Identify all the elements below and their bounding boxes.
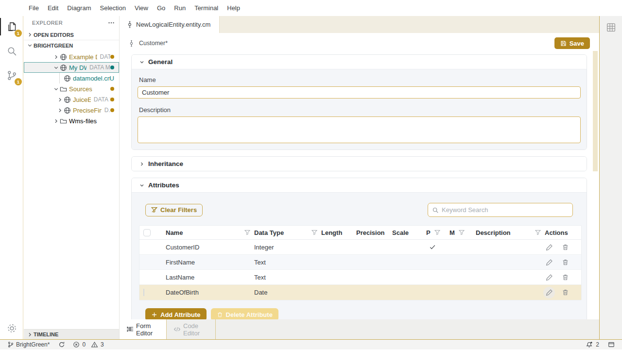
globe-icon [64,107,73,114]
save-label: Save [570,40,584,47]
cell-data-type: Date [250,289,317,296]
col-scale: Scale [392,229,409,236]
globe-icon [64,96,73,103]
menu-run[interactable]: Run [170,2,190,14]
sync-indicator[interactable] [56,340,68,349]
problems-indicator[interactable]: 0 3 [70,340,106,349]
filter-icon[interactable] [311,230,317,235]
delete-attribute-button[interactable]: Delete Attribute [211,308,278,319]
delete-attribute-row-button[interactable] [559,241,571,253]
description-field[interactable] [138,116,581,143]
tree-item-label: Sources [69,85,92,93]
trash-icon [562,274,569,281]
globe-icon [64,75,73,82]
breadcrumb-label: Customer* [139,40,168,47]
filter-off-icon [151,207,157,213]
save-button[interactable]: Save [554,37,590,49]
tab-form-editor[interactable]: Form Editor [120,319,167,339]
edit-attribute-button[interactable] [543,256,555,268]
chevron-right-icon [56,107,64,114]
section-open-editors[interactable]: OPEN EDITORS [24,30,119,40]
tree-item-example-dwh[interactable]: Example DWH DAT... [24,51,119,62]
search-icon [6,45,18,57]
section-timeline[interactable]: TIMELINE [24,329,119,339]
grid-icon[interactable] [606,22,616,339]
branch-indicator[interactable]: BrightGreen* [5,340,52,349]
add-attribute-button[interactable]: Add Attribute [145,308,207,319]
menu-view[interactable]: View [130,2,153,14]
section-general-header[interactable]: General [132,55,587,69]
editor-scrollbar[interactable] [593,51,598,171]
chevron-right-icon [26,32,34,38]
section-workspace[interactable]: BRIGHTGREEN [24,40,119,50]
select-all-checkbox[interactable] [143,229,151,236]
menu-selection[interactable]: Selection [95,2,130,14]
folder-icon [60,85,69,93]
search-input[interactable] [442,206,569,214]
tree-item-juiceerp[interactable]: JuiceERP DATA M... [24,94,119,105]
chevron-right-icon [26,331,34,338]
edit-attribute-button[interactable] [543,241,555,253]
delete-attribute-row-button[interactable] [559,287,571,298]
name-field[interactable] [138,86,581,99]
table-row-firstname[interactable]: FirstName Text [139,255,581,270]
tree-item-label: Example DWH [69,53,97,61]
gear-icon [6,322,18,334]
sidebar-title: EXPLORER [32,20,63,26]
activitybar-search[interactable] [0,40,23,62]
menu-go[interactable]: Go [153,2,170,14]
tree-item-precisefinance[interactable]: PreciseFinance D... [24,105,119,116]
menu-diagram[interactable]: Diagram [63,2,95,14]
ellipsis-icon[interactable] [107,19,115,27]
activitybar-source-control[interactable]: 1 [0,65,23,86]
filter-icon[interactable] [244,230,250,235]
filter-icon[interactable] [535,230,541,235]
filter-icon[interactable] [459,230,465,235]
trash-icon [562,244,569,251]
modified-dot [110,98,114,101]
table-row-customerid[interactable]: CustomerID Integer [139,240,581,255]
col-length: Length [321,229,342,236]
activitybar-explorer[interactable]: 1 [0,16,23,37]
table-row-lastname[interactable]: LastName Text [139,270,581,285]
source-control-badge: 1 [15,78,22,85]
bell-dot-icon [586,341,593,348]
delete-attribute-row-button[interactable] [559,271,571,283]
pencil-icon [546,289,553,296]
menu-edit[interactable]: Edit [43,2,63,14]
tree-item-decoration: DAT... [100,53,110,60]
clear-filters-button[interactable]: Clear Filters [145,204,203,216]
plus-icon [151,312,157,318]
tree-item-wms-files[interactable]: Wms-files [24,116,119,126]
activity-bar: 1 1 [0,16,23,339]
menu-help[interactable]: Help [223,2,244,14]
delete-attribute-row-button[interactable] [559,256,571,268]
form-editor-content: General Name Description Inheritance [120,53,599,319]
trash-icon [562,289,569,296]
section-attributes-header[interactable]: Attributes [132,178,587,192]
panel-toggle[interactable] [605,340,617,349]
table-row-dateofbirth[interactable]: DateOfBirth Date [139,285,581,300]
breadcrumb[interactable]: Customer* [128,40,168,47]
tab-newlogicalentity[interactable]: NewLogicalEntity.entity.cm [120,16,220,33]
section-inheritance-header[interactable]: Inheritance [132,157,587,171]
tab-code-editor[interactable]: Code Editor [167,319,216,339]
filter-icon[interactable] [434,230,440,235]
menu-terminal[interactable]: Terminal [190,2,223,14]
cell-data-type: Integer [250,244,317,251]
activitybar-settings[interactable] [6,322,18,334]
chevron-down-icon [139,182,145,188]
tree-item-sources[interactable]: Sources [24,83,119,94]
pencil-icon [546,259,553,266]
edit-attribute-button[interactable] [543,287,555,298]
row-checkbox[interactable] [143,289,144,296]
menu-file[interactable]: File [24,2,43,14]
sync-icon [58,341,65,348]
tree-item-my-dwh[interactable]: My DWH DATA MO... [24,62,119,73]
code-editor-label: Code Editor [183,322,208,337]
edit-attribute-button[interactable] [543,271,555,283]
tree-item-datamodel[interactable]: datamodel.cm U [24,73,119,83]
cell-name: CustomerID [162,244,250,251]
notifications-indicator[interactable]: 2 [583,340,602,349]
modified-dot [110,108,114,112]
